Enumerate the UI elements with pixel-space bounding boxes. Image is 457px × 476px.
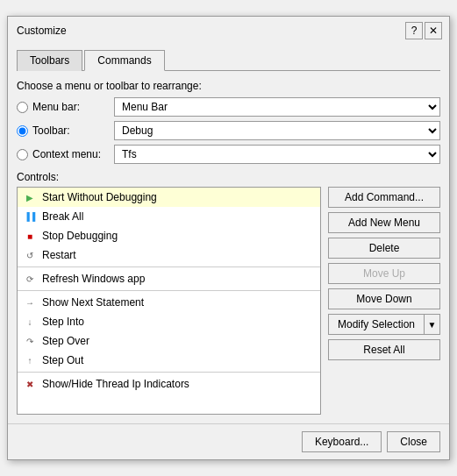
controls-area: ▶ Start Without Debugging ▐▐ Break All ■… bbox=[17, 187, 440, 415]
list-item-label: Show Next Statement bbox=[42, 296, 144, 309]
list-item[interactable]: ↷ Step Over bbox=[18, 331, 320, 351]
action-buttons: Add Command... Add New Menu Delete Move … bbox=[328, 187, 440, 415]
title-bar: Customize ? ✕ bbox=[8, 17, 449, 43]
list-item[interactable]: ↑ Step Out bbox=[18, 351, 320, 370]
customize-dialog: Customize ? ✕ Toolbars Commands Choose a… bbox=[7, 16, 450, 460]
list-item-label: Restart bbox=[42, 249, 76, 261]
list-item-label: Stop Debugging bbox=[42, 230, 118, 242]
list-separator bbox=[18, 372, 320, 373]
toolbar-row: Toolbar: Debug bbox=[17, 121, 440, 140]
list-item-label: Break All bbox=[42, 210, 83, 223]
list-item-label: Show/Hide Thread Ip Indicators bbox=[42, 378, 189, 390]
toolbar-select[interactable]: Debug bbox=[114, 121, 440, 140]
tab-toolbars[interactable]: Toolbars bbox=[17, 50, 82, 71]
pause-icon: ▐▐ bbox=[23, 210, 37, 224]
list-item-label: Step Into bbox=[42, 316, 84, 328]
dialog-title: Customize bbox=[17, 25, 67, 37]
close-button[interactable]: ✕ bbox=[425, 22, 442, 39]
step-out-icon: ↑ bbox=[23, 353, 37, 367]
thread-icon: ✖ bbox=[23, 377, 37, 391]
context-menu-select[interactable]: Tfs bbox=[114, 145, 440, 164]
add-new-menu-button[interactable]: Add New Menu bbox=[328, 212, 440, 233]
restart-icon: ↺ bbox=[23, 248, 37, 262]
list-item-label: Step Out bbox=[42, 354, 83, 366]
refresh-icon: ⟳ bbox=[23, 272, 37, 286]
list-item[interactable]: ▐▐ Break All bbox=[18, 207, 320, 226]
keyboard-button[interactable]: Keyboard... bbox=[302, 431, 382, 452]
tab-commands[interactable]: Commands bbox=[84, 50, 164, 71]
toolbar-radio[interactable] bbox=[17, 125, 28, 137]
controls-label: Controls: bbox=[17, 171, 440, 183]
list-item[interactable]: ↓ Step Into bbox=[18, 312, 320, 331]
list-item[interactable]: ▶ Start Without Debugging bbox=[18, 188, 320, 207]
step-into-icon: ↓ bbox=[23, 315, 37, 329]
list-item-label: Refresh Windows app bbox=[42, 273, 145, 285]
list-item[interactable]: → Show Next Statement bbox=[18, 293, 320, 312]
play-icon: ▶ bbox=[23, 190, 37, 204]
modify-selection-button[interactable]: Modify Selection bbox=[329, 315, 424, 334]
list-separator bbox=[18, 290, 320, 291]
close-dialog-button[interactable]: Close bbox=[387, 431, 440, 452]
toolbar-label: Toolbar: bbox=[32, 124, 110, 137]
list-item-label: Step Over bbox=[42, 335, 89, 347]
menu-bar-radio[interactable] bbox=[17, 102, 28, 113]
modify-selection-arrow[interactable]: ▼ bbox=[424, 315, 439, 334]
stop-icon: ■ bbox=[23, 229, 37, 243]
list-item[interactable]: ⟳ Refresh Windows app bbox=[18, 269, 320, 288]
commands-list[interactable]: ▶ Start Without Debugging ▐▐ Break All ■… bbox=[17, 187, 321, 415]
list-separator bbox=[18, 266, 320, 267]
menu-bar-select[interactable]: Menu Bar bbox=[114, 97, 440, 117]
step-over-icon: ↷ bbox=[23, 334, 37, 348]
list-item[interactable]: ■ Stop Debugging bbox=[18, 226, 320, 245]
dialog-content: Toolbars Commands Choose a menu or toolb… bbox=[8, 43, 449, 423]
tab-bar: Toolbars Commands bbox=[17, 50, 440, 71]
add-command-button[interactable]: Add Command... bbox=[328, 187, 440, 208]
move-up-button[interactable]: Move Up bbox=[328, 263, 440, 284]
help-button[interactable]: ? bbox=[405, 22, 423, 39]
reset-all-button[interactable]: Reset All bbox=[328, 339, 440, 360]
delete-button[interactable]: Delete bbox=[328, 238, 440, 259]
arrow-icon: → bbox=[23, 295, 37, 309]
context-menu-label: Context menu: bbox=[32, 148, 110, 160]
modify-selection-split-button: Modify Selection ▼ bbox=[328, 314, 440, 335]
menu-bar-label: Menu bar: bbox=[32, 101, 110, 113]
context-menu-radio[interactable] bbox=[17, 149, 28, 160]
radio-group: Menu bar: Menu Bar Toolbar: Debug Contex… bbox=[17, 97, 440, 164]
dialog-footer: Keyboard... Close bbox=[8, 423, 449, 459]
context-menu-row: Context menu: Tfs bbox=[17, 145, 440, 164]
title-buttons: ? ✕ bbox=[405, 22, 442, 39]
list-item[interactable]: ✖ Show/Hide Thread Ip Indicators bbox=[18, 374, 320, 394]
list-item[interactable]: ↺ Restart bbox=[18, 245, 320, 265]
list-item-label: Start Without Debugging bbox=[42, 191, 157, 203]
move-down-button[interactable]: Move Down bbox=[328, 288, 440, 309]
menu-bar-row: Menu bar: Menu Bar bbox=[17, 97, 440, 117]
choose-label: Choose a menu or toolbar to rearrange: bbox=[17, 80, 440, 92]
